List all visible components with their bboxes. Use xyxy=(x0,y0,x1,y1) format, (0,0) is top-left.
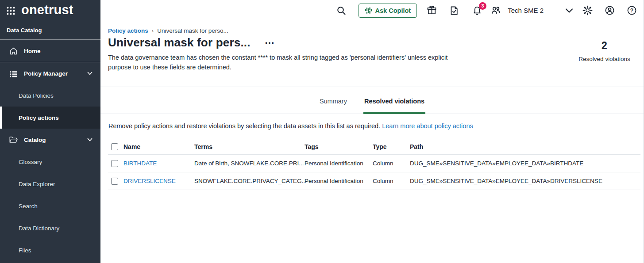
page-description: The data governance team has chosen the … xyxy=(108,53,452,72)
chevron-down-icon xyxy=(86,70,93,77)
table-row: DRIVERSLICENSE SNOWFLAKE.CORE.PRIVACY_CA… xyxy=(108,172,640,190)
list-icon xyxy=(9,69,18,78)
chevron-down-icon[interactable] xyxy=(564,5,575,16)
notification-badge: 3 xyxy=(479,2,486,10)
sidebar-item-label: Data Explorer xyxy=(19,181,55,187)
sidebar-item-label: Data Policies xyxy=(19,92,54,99)
sidebar-item-label: Policy actions xyxy=(19,114,59,121)
sidebar-item-data-dictionary[interactable]: Data Dictionary xyxy=(0,217,100,239)
page-title: Universal mask for pers... xyxy=(108,36,251,50)
sidebar-item-label: Catalog xyxy=(24,137,46,143)
select-all-checkbox[interactable] xyxy=(111,143,118,150)
sidebar-item-data-policies[interactable]: Data Policies xyxy=(0,84,100,107)
sidebar-item-label: Glossary xyxy=(19,159,42,165)
type-cell: Column xyxy=(373,160,410,167)
main-area: Ask Copilot xyxy=(100,0,644,263)
info-line: Remove policy actions and restore violat… xyxy=(108,122,644,130)
asset-name-link[interactable]: DRIVERSLICENSE xyxy=(123,178,176,184)
account-icon[interactable] xyxy=(605,5,615,15)
stat-value: 2 xyxy=(572,40,636,52)
learn-more-link[interactable]: Learn more about policy actions xyxy=(382,122,473,130)
sidebar-item-label: Files xyxy=(19,247,31,254)
path-cell: DUG_SME»SENSITIVE_DATA»EMPLOYEE_DATA»DRI… xyxy=(410,178,640,184)
table-row: BIRTHDATE Date of Birth, SNOWFLAKE.CORE.… xyxy=(108,155,640,172)
sidebar: onetrust Data Catalog Home Policy xyxy=(0,0,100,263)
tasks-doc-icon[interactable] xyxy=(449,6,459,15)
sidebar-item-search[interactable]: Search xyxy=(0,195,100,217)
search-icon[interactable] xyxy=(336,6,346,15)
breadcrumb-policy-actions-link[interactable]: Policy actions xyxy=(108,27,148,34)
sidebar-item-label: Data Dictionary xyxy=(19,225,59,232)
table-header-row: Name Terms Tags Type Path xyxy=(108,139,640,155)
sidebar-item-label: Home xyxy=(24,48,41,54)
sidebar-item-home[interactable]: Home xyxy=(0,40,100,62)
svg-text:?: ? xyxy=(630,8,633,14)
help-icon[interactable]: ? xyxy=(627,5,637,15)
topbar: Ask Copilot xyxy=(100,0,644,21)
resolved-violations-stat: 2 Resolved violations xyxy=(572,40,636,62)
type-cell: Column xyxy=(373,178,410,184)
row-select-cell xyxy=(108,160,123,167)
select-all-cell xyxy=(108,143,123,150)
terms-cell: SNOWFLAKE.CORE.PRIVACY_CATEG... xyxy=(194,178,305,184)
chevron-down-icon xyxy=(86,136,93,143)
row-select-cell xyxy=(108,178,123,185)
onetrust-logo: onetrust xyxy=(21,4,73,18)
stat-label: Resolved violations xyxy=(572,56,636,62)
info-text: Remove policy actions and restore violat… xyxy=(108,122,380,130)
more-options-icon[interactable]: ⋯ xyxy=(265,38,275,48)
column-header-terms[interactable]: Terms xyxy=(194,143,305,150)
column-header-tags[interactable]: Tags xyxy=(305,143,373,150)
breadcrumb-separator: › xyxy=(152,27,154,34)
app-window: onetrust Data Catalog Home Policy xyxy=(0,0,644,263)
terms-cell: Date of Birth, SNOWFLAKE.CORE.PRI... xyxy=(194,160,305,167)
sidebar-item-files[interactable]: Files xyxy=(0,239,100,261)
sidebar-item-policy-actions[interactable]: Policy actions xyxy=(0,107,100,129)
path-cell: DUG_SME»SENSITIVE_DATA»EMPLOYEE_DATA»BIR… xyxy=(410,160,640,167)
column-header-type[interactable]: Type xyxy=(373,143,410,150)
sidebar-item-data-explorer[interactable]: Data Explorer xyxy=(0,173,100,195)
gift-icon[interactable] xyxy=(427,5,437,15)
title-row: Universal mask for pers... ⋯ xyxy=(108,36,644,50)
tab-summary[interactable]: Summary xyxy=(319,98,348,114)
product-name: Data Catalog xyxy=(0,21,100,39)
tab-resolved-violations[interactable]: Resolved violations xyxy=(363,98,425,114)
users-icon[interactable] xyxy=(491,5,501,15)
copilot-icon xyxy=(365,7,372,15)
sidebar-item-policy-manager[interactable]: Policy Manager xyxy=(0,62,100,84)
row-checkbox[interactable] xyxy=(111,178,118,185)
page-header: Policy actions › Universal mask for pers… xyxy=(100,21,644,87)
asset-name-link[interactable]: BIRTHDATE xyxy=(123,160,157,167)
notifications-bell-icon[interactable]: 3 xyxy=(472,6,482,15)
breadcrumb: Policy actions › Universal mask for pers… xyxy=(108,27,644,34)
ask-copilot-button[interactable]: Ask Copilot xyxy=(359,4,417,18)
folder-open-icon xyxy=(9,135,18,144)
tags-cell: Personal Identification xyxy=(305,160,373,167)
sidebar-item-catalog[interactable]: Catalog xyxy=(0,129,100,151)
logo-row: onetrust xyxy=(0,0,100,21)
app-launcher-waffle-icon[interactable] xyxy=(6,6,15,15)
user-menu-label[interactable]: Tech SME 2 xyxy=(508,7,544,14)
breadcrumb-current: Universal mask for perso... xyxy=(157,27,228,34)
column-header-path[interactable]: Path xyxy=(410,143,640,150)
settings-gear-icon[interactable] xyxy=(582,5,593,15)
sidebar-item-glossary[interactable]: Glossary xyxy=(0,151,100,173)
tags-cell: Personal Identification xyxy=(305,178,373,184)
tabs: Summary Resolved violations xyxy=(100,87,644,114)
column-header-name[interactable]: Name xyxy=(123,143,194,150)
sidebar-item-label: Policy Manager xyxy=(24,70,68,77)
home-icon xyxy=(9,46,18,55)
violations-table: Name Terms Tags Type Path BIRTHDATE Date… xyxy=(108,139,640,190)
sidebar-item-label: Search xyxy=(19,203,38,210)
ask-copilot-label: Ask Copilot xyxy=(375,7,411,14)
row-checkbox[interactable] xyxy=(111,160,118,167)
